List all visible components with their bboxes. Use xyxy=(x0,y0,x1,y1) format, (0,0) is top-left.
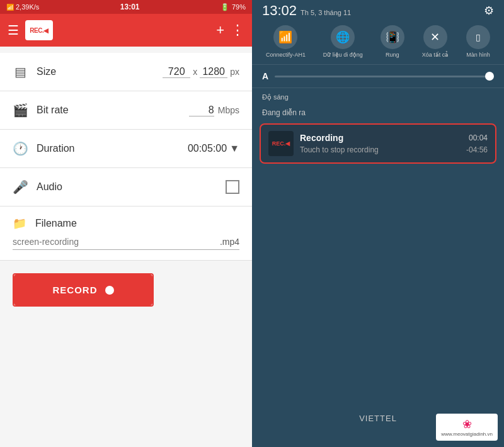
battery-icon: 🔋 xyxy=(220,3,229,11)
watermark-flower-icon: ❀ xyxy=(462,417,472,431)
size-x-separator: x xyxy=(193,67,197,77)
add-icon[interactable]: + xyxy=(216,22,224,38)
record-button-dot xyxy=(105,286,114,295)
qs-item-wifi[interactable]: 📶 Connectify-AH1 xyxy=(266,25,306,58)
hamburger-icon[interactable]: ☰ xyxy=(8,23,19,38)
qs-wifi-label: Connectify-AH1 xyxy=(266,52,306,58)
notif-title-row: Recording 00:04 xyxy=(300,133,488,143)
bitrate-unit: Mbps xyxy=(218,105,239,115)
notif-time: 00:04 xyxy=(469,133,488,142)
notif-body: Recording 00:04 Touch to stop recording … xyxy=(300,133,488,154)
status-bar-left: 📶 2,39K/s xyxy=(6,3,39,11)
notif-app-icon: REC.◀ xyxy=(268,131,294,156)
qs-vibrate-icon: 📳 xyxy=(381,25,404,49)
bitrate-icon: 🎬 xyxy=(13,103,28,118)
qs-vibrate-label: Rung xyxy=(386,52,399,58)
bitrate-input[interactable] xyxy=(189,105,214,116)
app-logo: REC.◀ xyxy=(25,20,53,40)
right-settings-icon[interactable]: ⚙ xyxy=(484,4,494,18)
brightness-label-row: Độ sáng xyxy=(252,88,504,105)
status-time: 13:01 xyxy=(120,3,140,11)
qs-mobile-data-icon: 🌐 xyxy=(331,25,355,49)
brightness-a-icon: A xyxy=(262,71,268,81)
record-section: RECORD xyxy=(0,261,252,319)
qs-mobile-data-label: Dữ liệu di động xyxy=(323,52,363,58)
record-label: RECORD xyxy=(52,285,97,295)
filename-input[interactable] xyxy=(13,237,220,247)
notif-countdown: -04:56 xyxy=(466,145,488,154)
qs-item-mobile-data[interactable]: 🌐 Dữ liệu di động xyxy=(323,25,363,58)
filename-label: Filename xyxy=(35,218,77,229)
network-speed: 2,39K/s xyxy=(16,3,39,11)
right-panel: 13:02 Th 5, 3 tháng 11 ⚙ 📶 Connectify-AH… xyxy=(252,0,504,447)
carrier-text: VIETTEL xyxy=(359,414,397,423)
qs-screen-label: Màn hình xyxy=(466,52,490,58)
status-bar-right: 🔋 79% xyxy=(220,3,246,11)
right-time-area: 13:02 Th 5, 3 tháng 11 xyxy=(262,3,351,19)
qs-wifi-icon: 📶 xyxy=(273,25,297,49)
duration-icon: 🕐 xyxy=(13,141,28,156)
bitrate-row: 🎬 Bit rate Mbps xyxy=(0,91,252,130)
audio-checkbox[interactable] xyxy=(226,180,239,194)
duration-dropdown-arrow: ▼ xyxy=(229,143,239,154)
filename-ext: .mp4 xyxy=(220,237,239,247)
left-panel: 📶 2,39K/s 13:01 🔋 79% ☰ REC.◀ + ⋮ ▤ Size… xyxy=(0,0,252,447)
brightness-thumb xyxy=(485,72,494,81)
filename-input-row: .mp4 xyxy=(13,237,239,250)
filename-label-row: 📁 Filename xyxy=(13,217,239,230)
brightness-row: A xyxy=(252,65,504,88)
bitrate-value: Mbps xyxy=(189,105,239,116)
quick-settings-bar: 📶 Connectify-AH1 🌐 Dữ liệu di động 📳 Run… xyxy=(252,19,504,65)
watermark-url: www.meovatgiadinh.vn xyxy=(441,431,493,437)
notif-sub-row: Touch to stop recording -04:56 xyxy=(300,145,488,154)
duration-row: 🕐 Duration 00:05:00 ▼ xyxy=(0,130,252,168)
qs-screen-icon: ▯ xyxy=(466,25,490,49)
size-row: ▤ Size x px xyxy=(0,53,252,91)
audio-row: 🎤 Audio xyxy=(0,168,252,207)
signal-icon: 📶 xyxy=(6,4,14,11)
qs-item-vibrate[interactable]: 📳 Rung xyxy=(381,25,404,58)
size-value: x px xyxy=(163,66,239,78)
notif-subtitle: Touch to stop recording xyxy=(300,145,379,154)
audio-label: Audio xyxy=(37,181,226,193)
record-button[interactable]: RECORD xyxy=(14,274,152,305)
settings-content: ▤ Size x px 🎬 Bit rate Mbps 🕐 Duration 0… xyxy=(0,47,252,447)
right-date: Th 5, 3 tháng 11 xyxy=(301,9,351,16)
brightness-slider[interactable] xyxy=(275,76,494,77)
playing-now-label: Đang diễn ra xyxy=(252,105,504,120)
size-label: Size xyxy=(37,66,163,77)
duration-value: 00:05:00 xyxy=(188,143,227,154)
size-width-input[interactable] xyxy=(163,66,190,78)
filename-section: 📁 Filename .mp4 xyxy=(0,207,252,261)
right-time: 13:02 xyxy=(262,3,297,19)
brightness-label: Độ sáng xyxy=(262,93,289,101)
qs-item-screen[interactable]: ▯ Màn hình xyxy=(466,25,490,58)
left-status-bar: 📶 2,39K/s 13:01 🔋 79% xyxy=(0,0,252,14)
battery-level: 79% xyxy=(232,3,246,11)
record-button-wrapper: RECORD xyxy=(13,273,154,307)
duration-label: Duration xyxy=(37,143,188,154)
duration-dropdown[interactable]: 00:05:00 ▼ xyxy=(188,143,239,154)
recording-notification[interactable]: REC.◀ Recording 00:04 Touch to stop reco… xyxy=(260,123,496,164)
qs-clear-all-icon: ✕ xyxy=(423,25,447,49)
more-icon[interactable]: ⋮ xyxy=(231,22,244,38)
size-height-input[interactable] xyxy=(200,66,227,78)
notif-title: Recording xyxy=(300,133,343,143)
filename-icon: 📁 xyxy=(13,217,26,230)
audio-icon: 🎤 xyxy=(13,179,28,195)
qs-item-clear-all[interactable]: ✕ Xóa tất cả xyxy=(422,25,449,58)
qs-clear-all-label: Xóa tất cả xyxy=(422,52,449,58)
right-status-bar: 13:02 Th 5, 3 tháng 11 ⚙ xyxy=(252,0,504,19)
app-toolbar: ☰ REC.◀ + ⋮ xyxy=(0,14,252,47)
watermark: ❀ www.meovatgiadinh.vn xyxy=(436,414,498,441)
size-unit: px xyxy=(230,67,239,77)
size-icon: ▤ xyxy=(13,64,28,79)
bitrate-label: Bit rate xyxy=(37,105,189,116)
